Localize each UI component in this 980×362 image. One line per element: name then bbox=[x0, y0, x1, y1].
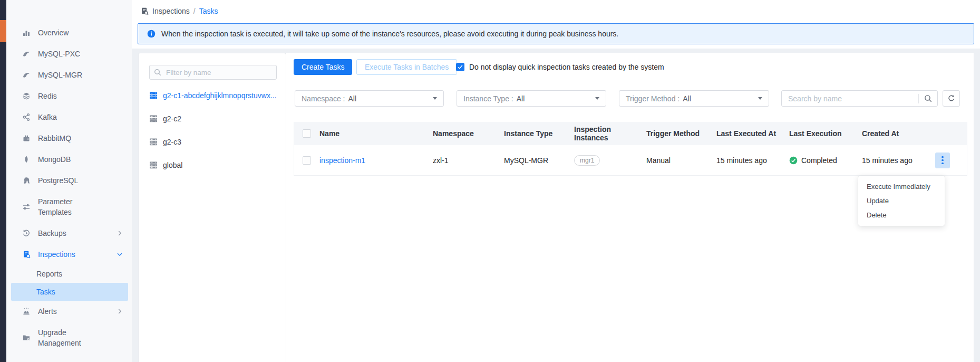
row-checkbox-cell bbox=[294, 145, 319, 175]
bar-chart-icon bbox=[22, 28, 31, 37]
cluster-item-g2-c2[interactable]: g2-c2 bbox=[139, 107, 286, 130]
column-header: Name bbox=[319, 122, 433, 145]
elephant-icon bbox=[22, 176, 31, 185]
row-checkbox[interactable] bbox=[303, 156, 311, 165]
tasks-table: Name Namespace Instance Type Inspection … bbox=[294, 122, 967, 176]
node-graph-icon bbox=[22, 113, 31, 121]
row-actions-button[interactable] bbox=[935, 153, 950, 168]
divider bbox=[918, 94, 919, 103]
sidebar-item-tasks[interactable]: Tasks bbox=[11, 283, 128, 301]
dropdown-value: All bbox=[517, 94, 525, 103]
sidebar-item-mysql-mgr[interactable]: MySQL-MGR bbox=[6, 64, 132, 85]
server-rack-icon bbox=[149, 161, 158, 169]
chevron-right-icon bbox=[116, 230, 123, 237]
refresh-button[interactable] bbox=[943, 90, 960, 107]
app-window: Overview MySQL-PXC MySQL-MGR Redis Kafka bbox=[0, 0, 980, 362]
alarm-icon bbox=[22, 307, 31, 316]
execute-batches-button[interactable]: Execute Tasks in Batches bbox=[356, 59, 457, 75]
cluster-item-global[interactable]: global bbox=[139, 154, 286, 177]
dolphin-icon bbox=[22, 50, 31, 58]
banner-text: When the inspection task is executed, it… bbox=[161, 30, 618, 38]
table-row: inspection-m1 zxl-1 MySQL-MGR mgr1 Manua… bbox=[294, 145, 967, 176]
sidebar-subitem-label: Reports bbox=[36, 270, 62, 278]
server-rack-icon bbox=[149, 138, 158, 146]
instance-chip: mgr1 bbox=[574, 155, 600, 166]
inspection-instances-cell: mgr1 bbox=[574, 145, 646, 175]
menu-item-execute-immediately[interactable]: Execute Immediately bbox=[858, 179, 945, 194]
sliders-icon bbox=[22, 203, 31, 211]
sidebar-item-label: Kafka bbox=[38, 112, 100, 122]
checkbox-label: Do not display quick inspection tasks cr… bbox=[469, 63, 664, 71]
last-executed-at-cell: 15 minutes ago bbox=[716, 145, 789, 175]
chevron-down-icon bbox=[116, 251, 123, 258]
sidebar-item-label: Inspections bbox=[38, 249, 100, 260]
sidebar-item-backups[interactable]: Backups bbox=[6, 223, 132, 244]
sidebar-item-inspections[interactable]: Inspections bbox=[6, 244, 132, 265]
refresh-icon bbox=[947, 94, 955, 102]
cluster-item-g2-c1[interactable]: g2-c1-abcdefghijklmnopqrstuvwx... bbox=[139, 84, 286, 107]
cluster-item-g2-c3[interactable]: g2-c3 bbox=[139, 130, 286, 154]
caret-down-icon bbox=[433, 97, 437, 100]
server-rack-icon bbox=[149, 91, 158, 100]
sidebar-item-label: Alerts bbox=[38, 306, 100, 317]
dropdown-value: All bbox=[683, 94, 691, 103]
column-header: Last Executed At bbox=[716, 122, 789, 145]
namespace-dropdown[interactable]: Namespace : All bbox=[295, 90, 444, 107]
trigger-method-cell: Manual bbox=[646, 145, 716, 175]
trigger-method-dropdown[interactable]: Trigger Method : All bbox=[619, 90, 769, 107]
cluster-name: g2-c3 bbox=[163, 138, 181, 146]
cluster-filter bbox=[149, 65, 277, 80]
status-text: Completed bbox=[801, 156, 837, 165]
menu-item-delete[interactable]: Delete bbox=[858, 208, 945, 222]
info-banner: When the inspection task is executed, it… bbox=[138, 23, 974, 44]
status-badge: Completed bbox=[789, 156, 837, 165]
column-header: Last Execution bbox=[789, 122, 862, 145]
cluster-name: global bbox=[163, 161, 182, 169]
created-at-text: 15 minutes ago bbox=[862, 156, 913, 165]
task-name-link[interactable]: inspection-m1 bbox=[319, 156, 365, 165]
create-tasks-button[interactable]: Create Tasks bbox=[294, 59, 352, 75]
sidebar-item-kafka[interactable]: Kafka bbox=[6, 107, 132, 128]
chevron-right-icon bbox=[116, 308, 123, 315]
select-all-checkbox[interactable] bbox=[303, 129, 311, 138]
menu-item-update[interactable]: Update bbox=[858, 194, 945, 208]
sidebar-item-label: Backups bbox=[38, 228, 100, 239]
sidebar-item-reports[interactable]: Reports bbox=[6, 265, 132, 283]
breadcrumb-current[interactable]: Tasks bbox=[199, 7, 218, 15]
sidebar-item-alerts[interactable]: Alerts bbox=[6, 301, 132, 322]
success-check-icon bbox=[789, 156, 798, 165]
left-rail bbox=[0, 0, 6, 362]
sidebar-item-upgrade-management[interactable]: Upgrade Management bbox=[6, 322, 132, 354]
rabbit-icon bbox=[22, 134, 31, 142]
namespace-cell: zxl-1 bbox=[433, 145, 504, 175]
instance-type-cell: MySQL-MGR bbox=[504, 145, 574, 175]
cluster-filter-input[interactable] bbox=[149, 65, 277, 80]
cluster-list-panel: g2-c1-abcdefghijklmnopqrstuvwx... g2-c2 … bbox=[138, 53, 286, 362]
sidebar-item-label: Overview bbox=[38, 27, 100, 38]
checkbox-checked-icon[interactable] bbox=[456, 63, 464, 71]
breadcrumb-separator: / bbox=[193, 7, 196, 15]
column-header: Trigger Method bbox=[646, 122, 716, 145]
doc-magnifier-icon bbox=[22, 250, 31, 259]
sidebar-item-postgresql[interactable]: PostgreSQL bbox=[6, 170, 132, 191]
layers-icon bbox=[22, 92, 31, 100]
rail-scroll-thumb[interactable] bbox=[0, 20, 6, 42]
sidebar-item-parameter-templates[interactable]: Parameter Templates bbox=[6, 191, 132, 223]
sidebar-item-label: MySQL-PXC bbox=[38, 49, 100, 59]
hide-quick-tasks-checkbox-row[interactable]: Do not display quick inspection tasks cr… bbox=[456, 59, 664, 75]
search-icon[interactable] bbox=[924, 94, 933, 103]
dropdown-value: All bbox=[348, 94, 356, 103]
sidebar-item-rabbitmq[interactable]: RabbitMQ bbox=[6, 128, 132, 149]
sidebar-item-mysql-pxc[interactable]: MySQL-PXC bbox=[6, 43, 132, 64]
sidebar-item-label: MongoDB bbox=[38, 154, 100, 165]
header-checkbox-cell bbox=[294, 122, 319, 145]
created-at-cell: 15 minutes ago bbox=[862, 145, 967, 175]
column-header: Inspection Instances bbox=[574, 122, 646, 145]
table-header-row: Name Namespace Instance Type Inspection … bbox=[294, 122, 967, 145]
sidebar-item-mongodb[interactable]: MongoDB bbox=[6, 149, 132, 170]
instance-type-dropdown[interactable]: Instance Type : All bbox=[457, 90, 606, 107]
sidebar-item-label: Redis bbox=[38, 91, 100, 101]
search-input[interactable] bbox=[782, 94, 918, 103]
sidebar-item-redis[interactable]: Redis bbox=[6, 85, 132, 107]
sidebar-item-overview[interactable]: Overview bbox=[6, 22, 132, 43]
